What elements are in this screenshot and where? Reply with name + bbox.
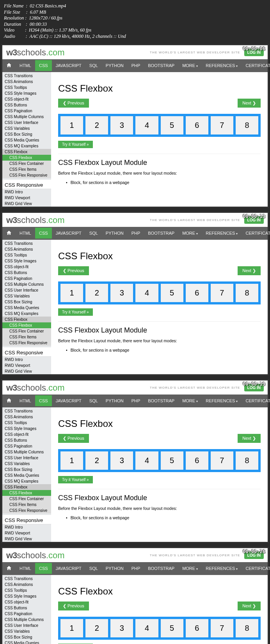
- sidebar-item[interactable]: CSS Variables: [2, 126, 51, 131]
- nav-item-references[interactable]: REFERENCES ▾: [202, 60, 242, 71]
- nav-item-python[interactable]: PYTHON: [102, 395, 128, 406]
- sidebar-item[interactable]: CSS Media Queries: [2, 137, 51, 143]
- site-logo[interactable]: w3schools.com: [6, 550, 65, 561]
- nav-item-sql[interactable]: SQL: [85, 228, 102, 239]
- sidebar-item[interactable]: CSS Transitions: [2, 241, 51, 246]
- sidebar-item[interactable]: RWD Intro: [2, 189, 51, 195]
- sidebar-item[interactable]: CSS Style Images: [2, 426, 51, 432]
- sidebar-item[interactable]: CSS Box Sizing: [2, 467, 51, 472]
- sidebar-item[interactable]: CSS Variables: [2, 293, 51, 299]
- sidebar-item[interactable]: CSS MQ Examples: [2, 143, 51, 149]
- nav-item-html[interactable]: HTML: [16, 563, 35, 574]
- sidebar-item[interactable]: CSS Flex Items: [2, 502, 51, 508]
- sidebar-item[interactable]: CSS Buttons: [2, 437, 51, 443]
- try-yourself-button[interactable]: Try it Yourself »: [58, 476, 93, 483]
- sidebar-item[interactable]: CSS Animations: [2, 79, 51, 85]
- nav-item-css[interactable]: CSS: [35, 563, 52, 574]
- try-yourself-button[interactable]: Try it Yourself »: [58, 141, 93, 148]
- sidebar-item[interactable]: CSS User Interface: [2, 120, 51, 126]
- nav-item-references[interactable]: REFERENCES ▾: [202, 395, 242, 406]
- sidebar-item[interactable]: CSS Flexbox: [2, 490, 51, 496]
- next-button[interactable]: Next ❯: [238, 434, 261, 443]
- nav-item-php[interactable]: PHP: [128, 60, 144, 71]
- nav-item-bootstrap[interactable]: BOOTSTRAP: [144, 228, 178, 239]
- site-logo[interactable]: w3schools.com: [6, 48, 65, 58]
- nav-item-certificates[interactable]: CERTIFICATES: [242, 228, 270, 239]
- sidebar-item[interactable]: RWD Intro: [2, 524, 51, 530]
- nav-item-python[interactable]: PYTHON: [102, 60, 128, 71]
- next-button[interactable]: Next ❯: [238, 602, 261, 610]
- sidebar-item[interactable]: CSS Tooltips: [2, 85, 51, 90]
- sidebar-item[interactable]: RWD Viewport: [2, 195, 51, 201]
- try-yourself-button[interactable]: Try it Yourself »: [58, 308, 93, 316]
- nav-item-certificates[interactable]: CERTIFICATES: [242, 563, 270, 574]
- sidebar-item[interactable]: CSS Animations: [2, 246, 51, 252]
- sidebar-item[interactable]: CSS Flexbox: [2, 149, 51, 155]
- sidebar-item[interactable]: CSS Style Images: [2, 258, 51, 264]
- sidebar-item[interactable]: CSS Multiple Columns: [2, 281, 51, 287]
- sidebar-item[interactable]: CSS Flex Container: [2, 496, 51, 502]
- nav-item-more[interactable]: MORE ▾: [178, 228, 202, 239]
- sidebar-item[interactable]: CSS Flex Container: [2, 161, 51, 166]
- nav-item-php[interactable]: PHP: [128, 395, 144, 406]
- sidebar-item[interactable]: CSS Style Images: [2, 90, 51, 96]
- sidebar-item[interactable]: CSS Multiple Columns: [2, 449, 51, 455]
- sidebar-item[interactable]: RWD Viewport: [2, 363, 51, 368]
- nav-item-more[interactable]: MORE ▾: [178, 395, 202, 406]
- sidebar-item[interactable]: CSS Buttons: [2, 102, 51, 108]
- nav-item-javascript[interactable]: JAVASCRIPT: [52, 60, 85, 71]
- nav-item-bootstrap[interactable]: BOOTSTRAP: [144, 563, 178, 574]
- sidebar-item[interactable]: CSS User Interface: [2, 623, 51, 628]
- sidebar-item[interactable]: CSS Buttons: [2, 605, 51, 611]
- sidebar-item[interactable]: CSS User Interface: [2, 455, 51, 461]
- sidebar-item[interactable]: CSS Box Sizing: [2, 634, 51, 640]
- nav-item-javascript[interactable]: JAVASCRIPT: [52, 395, 85, 406]
- sidebar-item[interactable]: CSS Flex Responsive: [2, 340, 51, 346]
- previous-button[interactable]: ❮ Previous: [58, 266, 89, 275]
- nav-item-css[interactable]: CSS: [35, 395, 52, 406]
- nav-home-button[interactable]: [2, 562, 16, 575]
- nav-item-python[interactable]: PYTHON: [102, 563, 128, 574]
- sidebar-item[interactable]: RWD Grid View: [2, 368, 51, 374]
- nav-item-css[interactable]: CSS: [35, 60, 52, 71]
- sidebar-item[interactable]: CSS Multiple Columns: [2, 617, 51, 623]
- sidebar-item[interactable]: CSS Variables: [2, 628, 51, 634]
- sidebar-item[interactable]: CSS Flex Items: [2, 166, 51, 172]
- sidebar-item[interactable]: CSS Style Images: [2, 593, 51, 599]
- sidebar-item[interactable]: CSS Flexbox: [2, 484, 51, 490]
- previous-button[interactable]: ❮ Previous: [58, 434, 89, 443]
- sidebar-item[interactable]: CSS object-fit: [2, 432, 51, 437]
- nav-home-button[interactable]: [2, 59, 16, 72]
- sidebar-item[interactable]: CSS Tooltips: [2, 420, 51, 426]
- nav-home-button[interactable]: [2, 227, 16, 240]
- nav-item-references[interactable]: REFERENCES ▾: [202, 228, 242, 239]
- nav-item-bootstrap[interactable]: BOOTSTRAP: [144, 395, 178, 406]
- sidebar-item[interactable]: CSS Flex Container: [2, 328, 51, 334]
- sidebar-item[interactable]: CSS Transitions: [2, 73, 51, 79]
- nav-item-javascript[interactable]: JAVASCRIPT: [52, 228, 85, 239]
- nav-item-more[interactable]: MORE ▾: [178, 60, 202, 71]
- sidebar-item[interactable]: CSS Box Sizing: [2, 131, 51, 137]
- sidebar-item[interactable]: CSS Flex Responsive: [2, 172, 51, 178]
- nav-item-css[interactable]: CSS: [35, 228, 52, 239]
- nav-item-sql[interactable]: SQL: [85, 563, 102, 574]
- sidebar-item[interactable]: RWD Viewport: [2, 530, 51, 536]
- nav-item-html[interactable]: HTML: [16, 60, 35, 71]
- sidebar-item[interactable]: CSS User Interface: [2, 287, 51, 293]
- nav-item-php[interactable]: PHP: [128, 228, 144, 239]
- next-button[interactable]: Next ❯: [238, 266, 261, 275]
- nav-item-php[interactable]: PHP: [128, 563, 144, 574]
- sidebar-item[interactable]: CSS object-fit: [2, 599, 51, 605]
- sidebar-item[interactable]: RWD Grid View: [2, 536, 51, 542]
- sidebar-item[interactable]: CSS Tooltips: [2, 252, 51, 258]
- nav-item-html[interactable]: HTML: [16, 395, 35, 406]
- site-logo[interactable]: w3schools.com: [6, 383, 65, 393]
- sidebar-item[interactable]: CSS Multiple Columns: [2, 114, 51, 120]
- sidebar-item[interactable]: CSS object-fit: [2, 96, 51, 102]
- nav-item-bootstrap[interactable]: BOOTSTRAP: [144, 60, 178, 71]
- sidebar-item[interactable]: CSS Tooltips: [2, 587, 51, 593]
- sidebar-item[interactable]: CSS Media Queries: [2, 305, 51, 311]
- nav-home-button[interactable]: [2, 395, 16, 407]
- sidebar-item[interactable]: RWD Intro: [2, 357, 51, 363]
- nav-item-html[interactable]: HTML: [16, 228, 35, 239]
